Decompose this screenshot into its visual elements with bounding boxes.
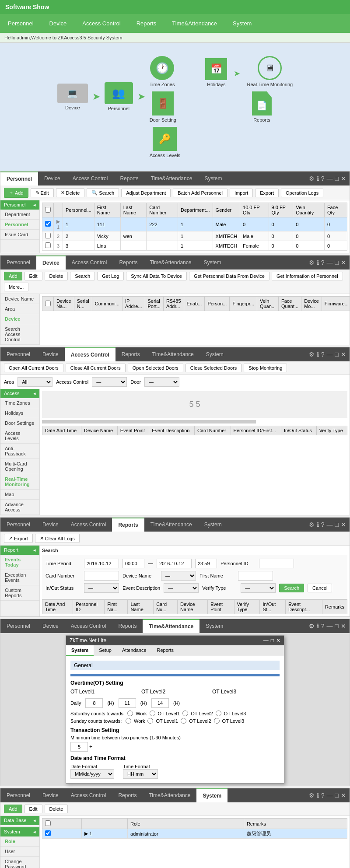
event-desc-select[interactable]: — (164, 583, 199, 593)
access-control-select[interactable]: — (92, 377, 127, 387)
clear-logs-button[interactable]: ✕Clear All Logs (35, 534, 80, 543)
sidebar-issue-card[interactable]: Issue Card (0, 230, 39, 240)
reports-tab-access[interactable]: Access Control (65, 518, 112, 531)
time-from-input[interactable] (122, 559, 144, 568)
popup-tab-system[interactable]: System (66, 645, 94, 656)
cancel-button[interactable]: Cancel (308, 584, 332, 592)
nav-personnel[interactable]: Personnel (0, 18, 42, 29)
sat-ot2-radio[interactable] (182, 710, 188, 716)
nav-access-control[interactable]: Access Control (74, 18, 128, 29)
close-icon[interactable]: ✕ (341, 259, 346, 266)
help-icon[interactable]: ? (321, 623, 325, 630)
sidebar-door-settings[interactable]: Door Settings (0, 418, 39, 428)
get-info-button[interactable]: Get Information of Personnel (272, 272, 343, 280)
add-personnel-button[interactable]: ＋Add (4, 188, 28, 198)
help-icon[interactable]: ? (321, 175, 325, 182)
date-from-input[interactable] (84, 559, 119, 568)
settings-icon[interactable]: ⚙ (309, 521, 315, 528)
settings-icon[interactable]: ⚙ (309, 259, 315, 266)
select-all-checkbox[interactable] (45, 301, 51, 306)
device-tab-time[interactable]: Time&Attendance (144, 256, 197, 269)
personnel-tab-personnel[interactable]: Personnel (0, 172, 38, 186)
more-button[interactable]: More... (4, 283, 28, 291)
info-icon[interactable]: ℹ (317, 792, 319, 799)
sidebar-events-today[interactable]: Events Today (0, 555, 39, 570)
time-tab-reports[interactable]: Reports (112, 620, 143, 633)
table-row[interactable]: ▶ 1 administrator 超级管理员 (42, 829, 347, 839)
sat-ot3-radio[interactable] (216, 710, 221, 716)
nav-device[interactable]: Device (42, 18, 75, 29)
ot3-hours-input[interactable] (151, 698, 169, 708)
search-button[interactable]: Search (279, 584, 304, 592)
time-tab-access[interactable]: Access Control (65, 620, 112, 633)
date-to-input[interactable] (157, 559, 192, 568)
sidebar-collapse-icon[interactable]: ◂ (33, 818, 36, 823)
nav-time-attendance[interactable]: Time&Attendance (164, 18, 225, 29)
info-icon[interactable]: ℹ (317, 521, 319, 528)
settings-icon[interactable]: ⚙ (309, 175, 315, 182)
sat-work-radio[interactable] (127, 710, 133, 716)
device-name-select[interactable]: — (161, 571, 196, 581)
popup-close-icon[interactable]: ✕ (276, 637, 280, 644)
maximize-icon[interactable]: □ (335, 351, 339, 358)
door-select[interactable]: — (144, 377, 179, 387)
open-all-doors-button[interactable]: Open All Current Doors (4, 364, 63, 372)
date-format-select[interactable]: MM/dd/yyyy (70, 769, 114, 779)
time-tab-time[interactable]: Time&Attendance (143, 619, 200, 633)
minimize-icon[interactable]: — (327, 623, 333, 630)
maximize-icon[interactable]: □ (335, 623, 339, 630)
personnel-tab-access[interactable]: Access Control (66, 172, 114, 185)
row-checkbox[interactable] (45, 242, 51, 248)
close-icon[interactable]: ✕ (341, 351, 346, 358)
sidebar-personnel[interactable]: Personnel (0, 220, 39, 230)
personnel-tab-system[interactable]: System (198, 172, 228, 185)
open-selected-button[interactable]: Open Selected Doors (128, 364, 183, 372)
access-tab-system[interactable]: System (200, 348, 230, 361)
device-tab-personnel[interactable]: Personnel (0, 256, 36, 269)
sidebar-custom-reports[interactable]: Custom Reports (0, 585, 39, 601)
close-all-doors-button[interactable]: Close All Current Doors (66, 364, 126, 372)
device-tab-reports[interactable]: Reports (113, 256, 144, 269)
sidebar-role[interactable]: Role (0, 836, 39, 847)
sidebar-holidays[interactable]: Holidays (0, 408, 39, 418)
search-device-button[interactable]: Search (70, 272, 95, 280)
nav-reports[interactable]: Reports (129, 18, 164, 29)
edit-system-button[interactable]: Edit (24, 805, 42, 813)
sidebar-access-levels[interactable]: Access Levels (0, 428, 39, 444)
row-checkbox[interactable] (45, 233, 51, 238)
device-tab-system[interactable]: System (197, 256, 227, 269)
sidebar-department[interactable]: Department (0, 210, 39, 220)
ot1-hours-input[interactable] (85, 698, 103, 708)
maximize-icon[interactable]: □ (335, 521, 339, 528)
inout-status-select[interactable]: — (84, 583, 119, 593)
sidebar-device-name[interactable]: Device Name (0, 294, 39, 304)
stop-monitoring-button[interactable]: Stop Monitoring (244, 364, 287, 372)
adjust-dept-button[interactable]: Adjust Department (121, 189, 171, 197)
minimize-icon[interactable]: — (327, 175, 333, 182)
row-checkbox[interactable] (45, 830, 51, 836)
edit-device-button[interactable]: Edit (24, 272, 42, 280)
info-icon[interactable]: ℹ (317, 351, 319, 358)
sidebar-time-zones[interactable]: Time Zones (0, 398, 39, 408)
help-icon[interactable]: ? (321, 351, 325, 358)
export-reports-button[interactable]: ↗Export (4, 534, 33, 543)
sync-all-button[interactable]: Sync All Data To Device (126, 272, 187, 280)
scrollbar-indicator[interactable] (42, 420, 347, 424)
help-icon[interactable]: ? (321, 259, 325, 266)
sidebar-search-access[interactable]: Search Access Control (0, 324, 39, 345)
sidebar-anti-passback[interactable]: Anti-Passback (0, 444, 39, 459)
maximize-icon[interactable]: □ (335, 792, 339, 799)
info-icon[interactable]: ℹ (317, 623, 319, 630)
row-checkbox[interactable] (45, 221, 51, 227)
table-row[interactable]: ▶ 1 1 111 222 1 Male 0 0 0 0 (42, 217, 347, 231)
help-icon[interactable]: ? (321, 521, 325, 528)
access-tab-device[interactable]: Device (36, 348, 65, 361)
sidebar-multi-card[interactable]: Multi-Card Opening (0, 459, 39, 474)
info-icon[interactable]: ℹ (317, 175, 319, 182)
batch-add-button[interactable]: Batch Add Personnel (173, 189, 228, 197)
reports-tab-reports[interactable]: Reports (112, 518, 144, 532)
close-selected-button[interactable]: Close Selected Doors (186, 364, 242, 372)
first-name-input[interactable] (238, 571, 273, 581)
operation-logs-button[interactable]: Operation Logs (281, 189, 323, 197)
sun-ot1-radio[interactable] (147, 718, 153, 724)
